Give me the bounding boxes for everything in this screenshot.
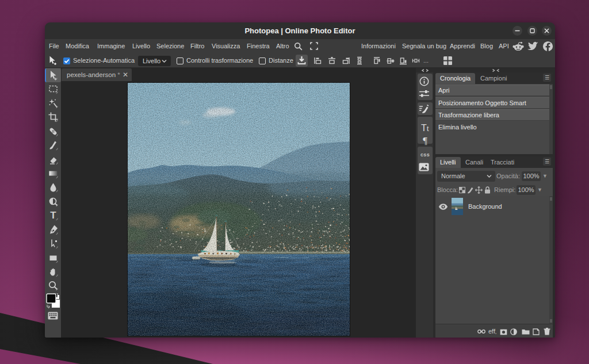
svg-text:T: T [50,210,56,221]
